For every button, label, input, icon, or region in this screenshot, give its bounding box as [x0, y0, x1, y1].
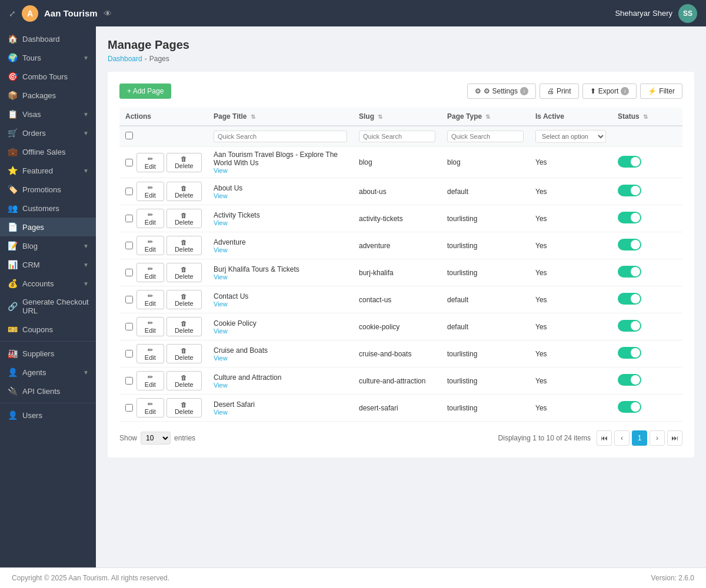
expand-icon[interactable]: ⤢	[9, 9, 16, 18]
sidebar-item-pages[interactable]: 📄 Pages	[0, 218, 96, 236]
sidebar-item-accounts[interactable]: 💰 Accounts ▼	[0, 274, 96, 293]
export-button[interactable]: ⬆ Export i	[582, 83, 637, 99]
print-button[interactable]: 🖨 Print	[540, 83, 579, 99]
delete-button[interactable]: 🗑 Delete	[166, 290, 202, 309]
view-link[interactable]: View	[214, 192, 347, 199]
row-checkbox[interactable]	[125, 159, 133, 166]
sidebar-item-combo-tours[interactable]: 🎯 Combo Tours	[0, 67, 96, 86]
pagination-next-button[interactable]: ›	[650, 430, 665, 446]
edit-button[interactable]: ✏ Edit	[136, 182, 164, 201]
pagination-first-button[interactable]: ⏮	[597, 430, 612, 446]
sidebar-item-promotions[interactable]: 🏷️ Promotions	[0, 180, 96, 199]
col-slug[interactable]: Slug ⇅	[353, 108, 441, 126]
sidebar-item-api-clients[interactable]: 🔌 API Clients	[0, 382, 96, 400]
status-toggle[interactable]	[618, 185, 641, 196]
entries-select[interactable]: 10 25 50 100	[141, 432, 171, 445]
delete-button[interactable]: 🗑 Delete	[166, 263, 202, 282]
view-link[interactable]: View	[214, 382, 347, 389]
search-page-type-input[interactable]	[447, 131, 524, 142]
sidebar-item-packages[interactable]: 📦 Packages	[0, 86, 96, 105]
sidebar-item-generate-checkout[interactable]: 🔗 Generate Checkout URL	[0, 293, 96, 320]
sidebar-item-customers[interactable]: 👥 Customers	[0, 199, 96, 218]
sidebar-item-offline-sales[interactable]: 💼 Offline Sales	[0, 142, 96, 161]
pagination-page-1-button[interactable]: 1	[632, 430, 647, 446]
avatar[interactable]: SS	[678, 4, 697, 23]
edit-button[interactable]: ✏ Edit	[136, 317, 164, 336]
row-checkbox[interactable]	[125, 269, 133, 276]
view-link[interactable]: View	[214, 167, 347, 174]
delete-button[interactable]: 🗑 Delete	[166, 398, 202, 417]
col-status[interactable]: Status ⇅	[612, 108, 682, 126]
pagination-last-button[interactable]: ⏭	[667, 430, 682, 446]
breadcrumb-home[interactable]: Dashboard	[108, 55, 142, 63]
status-cell	[612, 368, 682, 395]
sidebar-item-orders[interactable]: 🛒 Orders ▼	[0, 123, 96, 142]
col-page-type[interactable]: Page Type ⇅	[441, 108, 530, 126]
status-toggle[interactable]	[618, 320, 641, 332]
sidebar-item-users[interactable]: 👤 Users	[0, 406, 96, 425]
sidebar-item-dashboard[interactable]: 🏠 Dashboard	[0, 29, 96, 48]
edit-button[interactable]: ✏ Edit	[136, 209, 164, 228]
sidebar-item-featured[interactable]: ⭐ Featured ▼	[0, 161, 96, 180]
search-is-active-select[interactable]: Select an option Yes No	[535, 130, 606, 143]
sidebar-item-coupons[interactable]: 🎫 Coupons	[0, 320, 96, 339]
status-toggle[interactable]	[618, 374, 641, 386]
pagination-prev-button[interactable]: ‹	[614, 430, 630, 446]
add-page-button[interactable]: + Add Page	[119, 83, 171, 99]
status-toggle[interactable]	[618, 156, 641, 168]
edit-button[interactable]: ✏ Edit	[136, 263, 164, 282]
view-link[interactable]: View	[214, 246, 347, 253]
delete-button[interactable]: 🗑 Delete	[166, 317, 202, 336]
eye-icon[interactable]: 👁	[104, 9, 112, 18]
sidebar-item-suppliers[interactable]: 🏭 Suppliers	[0, 344, 96, 363]
view-link[interactable]: View	[214, 409, 347, 416]
edit-button[interactable]: ✏ Edit	[136, 371, 164, 390]
sidebar-item-blog[interactable]: 📝 Blog ▼	[0, 236, 96, 255]
status-toggle[interactable]	[618, 212, 641, 223]
edit-button[interactable]: ✏ Edit	[136, 290, 164, 309]
row-checkbox[interactable]	[125, 323, 133, 330]
sidebar-item-tours[interactable]: 🌍 Tours ▼	[0, 48, 96, 67]
sidebar-item-visas[interactable]: 📋 Visas ▼	[0, 105, 96, 123]
delete-button[interactable]: 🗑 Delete	[166, 209, 202, 228]
edit-button[interactable]: ✏ Edit	[136, 344, 164, 363]
edit-button[interactable]: ✏ Edit	[136, 398, 164, 417]
delete-button[interactable]: 🗑 Delete	[166, 182, 202, 201]
sidebar-item-crm[interactable]: 📊 CRM ▼	[0, 255, 96, 274]
status-toggle[interactable]	[618, 401, 641, 413]
status-toggle[interactable]	[618, 239, 641, 250]
status-toggle[interactable]	[618, 347, 641, 359]
edit-button[interactable]: ✏ Edit	[136, 153, 164, 172]
delete-button[interactable]: 🗑 Delete	[166, 236, 202, 255]
row-checkbox[interactable]	[125, 296, 133, 303]
view-link[interactable]: View	[214, 219, 347, 226]
row-checkbox[interactable]	[125, 242, 133, 249]
sidebar-item-agents[interactable]: 👤 Agents ▼	[0, 363, 96, 382]
status-cell	[612, 205, 682, 232]
row-checkbox[interactable]	[125, 188, 133, 195]
row-checkbox[interactable]	[125, 404, 133, 412]
edit-button[interactable]: ✏ Edit	[136, 236, 164, 255]
select-all-checkbox[interactable]	[125, 132, 133, 139]
row-checkbox[interactable]	[125, 377, 133, 385]
search-page-title-input[interactable]	[214, 131, 347, 142]
view-link[interactable]: View	[214, 273, 347, 280]
filter-button[interactable]: ⚡ Filter	[640, 83, 682, 99]
row-checkbox[interactable]	[125, 350, 133, 358]
search-slug-input[interactable]	[359, 131, 435, 142]
delete-button[interactable]: 🗑 Delete	[166, 371, 202, 390]
view-link[interactable]: View	[214, 328, 347, 335]
settings-button[interactable]: ⚙ ⚙ Settings i	[467, 83, 536, 99]
view-link[interactable]: View	[214, 355, 347, 362]
page-type-text: tourlisting	[447, 377, 477, 385]
status-toggle[interactable]	[618, 293, 641, 305]
print-icon: 🖨	[547, 87, 554, 95]
col-page-title[interactable]: Page Title ⇅	[208, 108, 353, 126]
page-title: Manage Pages	[108, 38, 694, 52]
delete-button[interactable]: 🗑 Delete	[166, 344, 202, 363]
status-toggle[interactable]	[618, 266, 641, 278]
view-link[interactable]: View	[214, 300, 347, 308]
slug-text: cookie-policy	[359, 323, 399, 331]
row-checkbox[interactable]	[125, 215, 133, 222]
delete-button[interactable]: 🗑 Delete	[166, 153, 202, 172]
